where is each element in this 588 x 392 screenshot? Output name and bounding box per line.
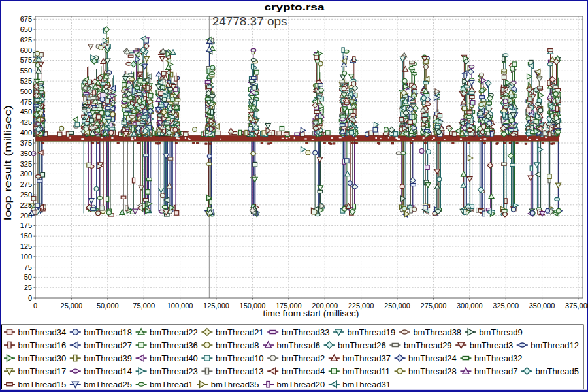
svg-text:25,000: 25,000 bbox=[61, 302, 83, 310]
svg-text:675: 675 bbox=[20, 15, 32, 23]
svg-text:125: 125 bbox=[20, 242, 32, 250]
svg-text:250,000: 250,000 bbox=[384, 302, 410, 310]
svg-text:100: 100 bbox=[20, 253, 32, 261]
svg-text:500: 500 bbox=[20, 88, 32, 95]
svg-text:375: 375 bbox=[20, 139, 32, 147]
svg-text:bmThread3: bmThread3 bbox=[470, 340, 513, 350]
svg-text:150: 150 bbox=[20, 232, 32, 240]
svg-text:loop result (millisec): loop result (millisec) bbox=[3, 105, 13, 220]
svg-text:0: 0 bbox=[28, 294, 32, 302]
svg-text:bmThread38: bmThread38 bbox=[413, 327, 461, 337]
svg-text:bmThread11: bmThread11 bbox=[342, 367, 390, 376]
svg-text:bmThread6: bmThread6 bbox=[277, 340, 320, 350]
svg-text:175: 175 bbox=[20, 221, 32, 229]
svg-text:bmThread24: bmThread24 bbox=[408, 353, 457, 363]
svg-text:600: 600 bbox=[20, 46, 32, 54]
svg-text:bmThread4: bmThread4 bbox=[282, 367, 325, 376]
svg-text:525: 525 bbox=[20, 77, 32, 85]
svg-text:bmThread27: bmThread27 bbox=[84, 340, 132, 350]
svg-text:350: 350 bbox=[20, 150, 32, 157]
svg-text:bmThread9: bmThread9 bbox=[479, 327, 522, 337]
svg-text:200: 200 bbox=[20, 212, 32, 220]
svg-text:375,000: 375,000 bbox=[565, 302, 588, 310]
svg-text:50: 50 bbox=[24, 273, 32, 281]
svg-text:bmThread33: bmThread33 bbox=[282, 327, 330, 337]
svg-text:bmThread1: bmThread1 bbox=[150, 380, 193, 389]
svg-text:225: 225 bbox=[20, 201, 32, 209]
svg-text:bmThread19: bmThread19 bbox=[348, 327, 396, 337]
svg-text:bmThread36: bmThread36 bbox=[150, 340, 198, 350]
svg-text:bmThread14: bmThread14 bbox=[84, 367, 132, 376]
svg-text:300,000: 300,000 bbox=[457, 302, 483, 310]
svg-text:bmThread10: bmThread10 bbox=[216, 353, 264, 363]
svg-text:bmThread29: bmThread29 bbox=[404, 340, 452, 350]
svg-text:bmThread35: bmThread35 bbox=[211, 380, 259, 389]
svg-text:125,000: 125,000 bbox=[203, 302, 229, 310]
svg-text:bmThread28: bmThread28 bbox=[408, 367, 457, 376]
svg-text:325,000: 325,000 bbox=[493, 302, 519, 310]
svg-text:bmThread26: bmThread26 bbox=[338, 340, 386, 350]
svg-text:625: 625 bbox=[20, 36, 32, 44]
svg-text:650: 650 bbox=[20, 25, 32, 33]
svg-text:275: 275 bbox=[20, 180, 32, 188]
svg-text:bmThread17: bmThread17 bbox=[18, 367, 67, 376]
svg-text:bmThread7: bmThread7 bbox=[474, 367, 517, 376]
svg-text:bmThread25: bmThread25 bbox=[84, 380, 132, 389]
svg-text:425: 425 bbox=[20, 118, 32, 126]
svg-text:450: 450 bbox=[20, 108, 32, 116]
svg-text:100,000: 100,000 bbox=[167, 302, 193, 310]
svg-text:bmThread13: bmThread13 bbox=[216, 367, 264, 376]
svg-text:bmThread31: bmThread31 bbox=[342, 380, 391, 389]
svg-text:275,000: 275,000 bbox=[421, 302, 447, 310]
svg-text:bmThread2: bmThread2 bbox=[282, 353, 325, 363]
svg-text:crypto.rsa: crypto.rsa bbox=[265, 1, 325, 12]
svg-text:bmThread5: bmThread5 bbox=[536, 367, 579, 376]
svg-text:0: 0 bbox=[33, 302, 37, 310]
svg-text:bmThread39: bmThread39 bbox=[84, 353, 132, 363]
svg-text:bmThread22: bmThread22 bbox=[150, 327, 198, 337]
svg-text:75,000: 75,000 bbox=[133, 302, 155, 310]
svg-text:50,000: 50,000 bbox=[97, 302, 119, 310]
svg-text:bmThread34: bmThread34 bbox=[18, 327, 67, 337]
svg-text:bmThread40: bmThread40 bbox=[150, 353, 198, 363]
svg-text:bmThread37: bmThread37 bbox=[342, 353, 391, 363]
svg-text:bmThread20: bmThread20 bbox=[277, 380, 325, 389]
svg-text:475: 475 bbox=[20, 98, 32, 106]
svg-text:bmThread23: bmThread23 bbox=[150, 367, 198, 376]
svg-text:75: 75 bbox=[24, 263, 32, 271]
svg-text:bmThread32: bmThread32 bbox=[474, 353, 523, 363]
svg-text:575: 575 bbox=[20, 56, 32, 64]
svg-text:bmThread21: bmThread21 bbox=[216, 327, 264, 337]
svg-text:bmThread16: bmThread16 bbox=[18, 340, 67, 350]
svg-text:time from start (millisec): time from start (millisec) bbox=[263, 308, 359, 318]
svg-text:25: 25 bbox=[24, 284, 32, 291]
svg-text:250: 250 bbox=[20, 191, 32, 199]
svg-text:bmThread8: bmThread8 bbox=[216, 340, 259, 350]
svg-text:150,000: 150,000 bbox=[240, 302, 266, 310]
svg-text:550: 550 bbox=[20, 67, 32, 74]
svg-text:350,000: 350,000 bbox=[529, 302, 555, 310]
svg-text:bmThread18: bmThread18 bbox=[84, 327, 132, 337]
svg-text:bmThread30: bmThread30 bbox=[18, 353, 67, 363]
svg-text:bmThread15: bmThread15 bbox=[18, 380, 67, 389]
svg-text:bmThread12: bmThread12 bbox=[531, 340, 579, 350]
svg-text:300: 300 bbox=[20, 170, 32, 178]
svg-text:325: 325 bbox=[20, 160, 32, 168]
svg-text:24778.37 ops: 24778.37 ops bbox=[212, 15, 287, 28]
svg-text:400: 400 bbox=[20, 129, 32, 137]
